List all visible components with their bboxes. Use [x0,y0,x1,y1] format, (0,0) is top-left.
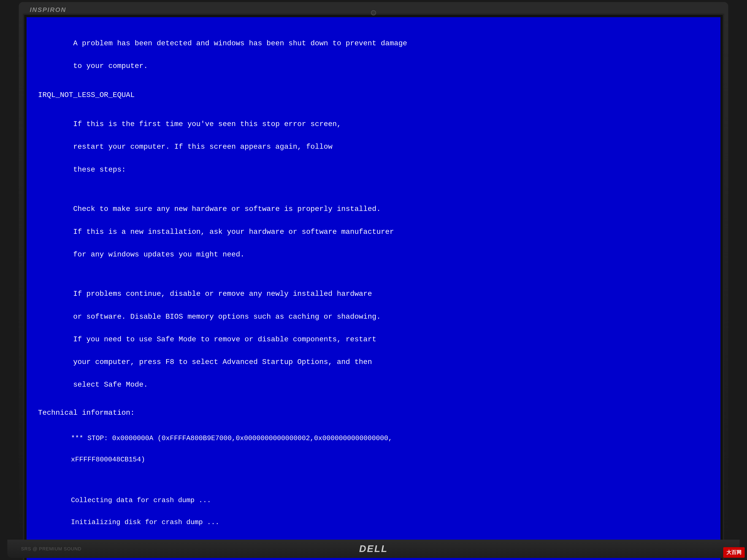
bsod-header: A problem has been detected and windows … [38,26,709,83]
screen-bezel: A problem has been detected and windows … [23,14,724,560]
bsod-section3: If problems continue, disable or remove … [38,277,709,402]
bsod-stop-code: *** STOP: 0x0000000A (0xFFFFA800B9E7000,… [38,422,709,476]
bsod-screen: A problem has been detected and windows … [27,17,720,560]
laptop-brand-label: INSPIRON [30,6,66,14]
dell-logo: DELL [359,543,388,554]
watermark: 大百网 [723,547,745,558]
bsod-section1: If this is the first time you've seen th… [38,107,709,187]
bsod-section2: Check to make sure any new hardware or s… [38,192,709,271]
bsod-technical-label: Technical information: [38,407,709,419]
bsod-error-code: IRQL_NOT_LESS_OR_EQUAL [38,89,709,101]
laptop-top-bar: INSPIRON [23,6,724,14]
laptop-camera [371,10,376,15]
bottom-label: SRS @ PREMIUM SOUND [21,546,81,552]
laptop-bottom-bar: SRS @ PREMIUM SOUND DELL [7,540,740,558]
laptop-outer: INSPIRON A problem has been detected and… [19,2,728,540]
